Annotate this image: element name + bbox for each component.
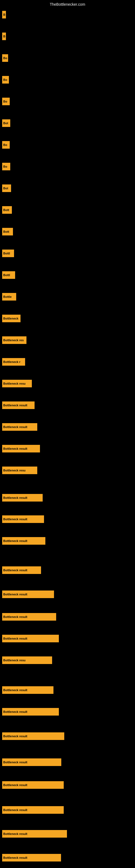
bar-container-28: Bottleneck result bbox=[2, 613, 56, 621]
bar-container-6: Bot bbox=[2, 119, 10, 127]
bar-container-22: Bottleneck resu bbox=[2, 467, 37, 474]
bar-container-11: Bott bbox=[2, 228, 13, 236]
bar-container-31: Bottleneck result bbox=[2, 686, 53, 694]
bar-container-35: Bottleneck result bbox=[2, 781, 64, 789]
bar-8: Bo bbox=[2, 163, 10, 170]
bar-label-5: Bo bbox=[3, 100, 7, 103]
bar-21: Bottleneck result bbox=[2, 445, 40, 453]
bar-container-16: Bottleneck res bbox=[2, 336, 27, 344]
bar-26: Bottleneck result bbox=[2, 566, 41, 574]
bar-label-19: Bottleneck result bbox=[3, 404, 27, 407]
bar-container-2: B bbox=[2, 33, 6, 40]
bar-container-13: Bottl bbox=[2, 271, 15, 279]
bar-label-34: Bottleneck result bbox=[3, 761, 27, 764]
bar-label-9: Bot bbox=[3, 187, 8, 190]
bar-container-8: Bo bbox=[2, 163, 10, 170]
bar-13: Bottl bbox=[2, 271, 15, 279]
bar-31: Bottleneck result bbox=[2, 686, 53, 694]
bar-container-19: Bottleneck result bbox=[2, 401, 35, 409]
bar-23: Bottleneck result bbox=[2, 494, 43, 501]
bar-38: Bottleneck result bbox=[2, 854, 61, 862]
bar-label-7: Bo bbox=[3, 143, 7, 147]
bar-container-37: Bottleneck result bbox=[2, 830, 67, 838]
bar-6: Bot bbox=[2, 119, 10, 127]
bar-label-37: Bottleneck result bbox=[3, 832, 27, 835]
bar-label-6: Bot bbox=[3, 122, 8, 125]
bar-container-14: Bottle bbox=[2, 293, 16, 301]
bar-container-23: Bottleneck result bbox=[2, 494, 43, 501]
bar-container-33: Bottleneck result bbox=[2, 733, 64, 740]
bar-label-22: Bottleneck resu bbox=[3, 469, 26, 472]
bar-label-2: B bbox=[3, 35, 5, 38]
bar-container-18: Bottleneck resu bbox=[2, 380, 32, 388]
bar-label-28: Bottleneck result bbox=[3, 615, 27, 618]
bar-11: Bott bbox=[2, 228, 13, 236]
bar-container-17: Bottleneck r bbox=[2, 358, 25, 366]
bar-25: Bottleneck result bbox=[2, 537, 45, 545]
bar-label-27: Bottleneck result bbox=[3, 593, 27, 596]
bar-20: Bottleneck result bbox=[2, 423, 37, 431]
bar-29: Bottleneck result bbox=[2, 635, 59, 642]
bar-label-14: Bottle bbox=[3, 295, 12, 299]
bar-label-36: Bottleneck result bbox=[3, 808, 27, 812]
bar-24: Bottleneck result bbox=[2, 516, 44, 523]
bar-container-29: Bottleneck result bbox=[2, 635, 59, 642]
bar-container-36: Bottleneck result bbox=[2, 806, 64, 814]
bar-container-3: Bo bbox=[2, 54, 8, 62]
bar-container-5: Bo bbox=[2, 98, 10, 105]
bar-label-35: Bottleneck result bbox=[3, 783, 27, 786]
bar-label-20: Bottleneck result bbox=[3, 425, 27, 429]
bar-label-17: Bottleneck r bbox=[3, 360, 20, 364]
bar-28: Bottleneck result bbox=[2, 613, 56, 621]
bar-2: B bbox=[2, 33, 6, 40]
bar-label-8: Bo bbox=[3, 165, 7, 168]
bar-container-10: Bott bbox=[2, 206, 12, 214]
bar-container-21: Bottleneck result bbox=[2, 445, 40, 453]
bar-container-9: Bot bbox=[2, 184, 11, 192]
bar-33: Bottleneck result bbox=[2, 733, 64, 740]
bar-label-24: Bottleneck result bbox=[3, 518, 27, 521]
bar-19: Bottleneck result bbox=[2, 401, 35, 409]
bar-label-33: Bottleneck result bbox=[3, 735, 27, 738]
bar-35: Bottleneck result bbox=[2, 781, 64, 789]
bar-container-30: Bottleneck resu bbox=[2, 656, 52, 664]
bar-14: Bottle bbox=[2, 293, 16, 301]
bar-label-13: Bottl bbox=[3, 273, 10, 277]
bar-34: Bottleneck result bbox=[2, 758, 61, 766]
bar-label-12: Bottl bbox=[3, 252, 10, 255]
bar-30: Bottleneck resu bbox=[2, 656, 52, 664]
bar-label-3: Bo bbox=[3, 56, 7, 60]
bar-label-11: Bott bbox=[3, 230, 9, 233]
bar-container-25: Bottleneck result bbox=[2, 537, 45, 545]
bar-12: Bottl bbox=[2, 250, 14, 257]
bar-label-15: Bottleneck bbox=[3, 317, 18, 320]
bar-label-1: B bbox=[3, 13, 5, 16]
bar-container-34: Bottleneck result bbox=[2, 758, 61, 766]
bar-37: Bottleneck result bbox=[2, 830, 67, 838]
bar-22: Bottleneck resu bbox=[2, 467, 37, 474]
bar-10: Bott bbox=[2, 206, 12, 214]
bar-27: Bottleneck result bbox=[2, 590, 54, 598]
bar-32: Bottleneck result bbox=[2, 708, 59, 716]
bar-3: Bo bbox=[2, 54, 8, 62]
bar-container-27: Bottleneck result bbox=[2, 590, 54, 598]
bar-label-18: Bottleneck resu bbox=[3, 382, 26, 385]
bar-5: Bo bbox=[2, 98, 10, 105]
bar-container-38: Bottleneck result bbox=[2, 854, 61, 862]
bar-36: Bottleneck result bbox=[2, 806, 64, 814]
bar-label-30: Bottleneck resu bbox=[3, 659, 26, 662]
bar-container-1: B bbox=[2, 11, 6, 19]
bar-label-21: Bottleneck result bbox=[3, 447, 27, 450]
bar-container-15: Bottleneck bbox=[2, 315, 20, 322]
bar-label-10: Bott bbox=[3, 208, 9, 212]
bar-label-16: Bottleneck res bbox=[3, 339, 24, 342]
bar-container-24: Bottleneck result bbox=[2, 516, 44, 523]
bar-container-4: Bo bbox=[2, 76, 9, 84]
bar-4: Bo bbox=[2, 76, 9, 84]
bar-container-26: Bottleneck result bbox=[2, 566, 41, 574]
bar-16: Bottleneck res bbox=[2, 336, 27, 344]
bar-label-23: Bottleneck result bbox=[3, 496, 27, 499]
bar-label-26: Bottleneck result bbox=[3, 568, 27, 572]
bar-label-29: Bottleneck result bbox=[3, 637, 27, 640]
bar-label-32: Bottleneck result bbox=[3, 710, 27, 713]
